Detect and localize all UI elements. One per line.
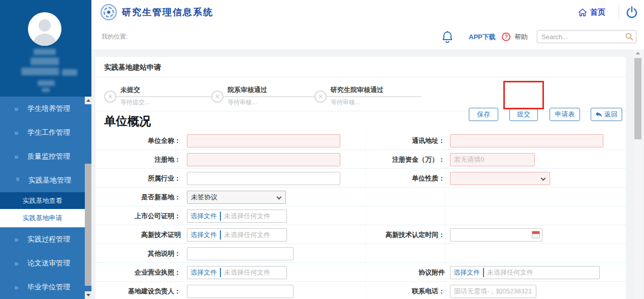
step-title: 院系审核通过 — [228, 85, 267, 95]
table-row: 注册地： 注册资金（万）： — [95, 150, 626, 169]
sidebar-subitem-practice-base-view[interactable]: 实践基地查看 — [0, 192, 85, 209]
table-row: 高新技术证明 选择文件 未选择任何文件 高新技术认定时间： — [95, 225, 626, 244]
power-logout-button[interactable] — [626, 6, 638, 18]
step-connector — [223, 96, 315, 97]
step-title: 未提交 — [120, 85, 140, 95]
step-subtitle: 等待审核... — [228, 98, 257, 107]
user-extra-redacted — [38, 80, 55, 86]
choose-file-button[interactable]: 选择文件 — [187, 212, 220, 221]
table-row: 企业营业执照： 选择文件 未选择任何文件 协议附件 选择文件 未 — [95, 263, 626, 282]
table-row: 上市公司证明： 选择文件 未选择任何文件 — [95, 206, 626, 225]
step-subtitle: 等待审核... — [331, 98, 360, 107]
step-connector — [116, 96, 212, 97]
sidebar-item-practice-base[interactable]: » 实践基地管理 — [0, 168, 85, 192]
form-table: 单位全称： 通讯地址： 注册地： 注册资金（万）： 所属行业： 单位性质： — [95, 131, 626, 299]
field-label: 是否新基地： — [95, 188, 181, 206]
field-label: 单位性质： — [299, 169, 445, 188]
chevron-right-icon: » — [14, 235, 27, 244]
business-license-file-input[interactable]: 选择文件 未选择任何文件 — [187, 266, 287, 279]
university-logo-icon — [101, 4, 117, 20]
field-label: 通讯地址： — [299, 131, 445, 150]
choose-file-button[interactable]: 选择文件 — [187, 230, 220, 240]
user-profile-panel — [0, 0, 91, 97]
app-download-link[interactable]: APP下载 — [469, 24, 496, 49]
sidebar-item-label: 论文送审管理 — [27, 259, 70, 268]
page-scrollbar[interactable] — [634, 49, 642, 299]
step-connector — [327, 96, 422, 97]
scroll-up-button[interactable] — [634, 49, 641, 57]
chevron-right-icon: » — [14, 152, 27, 161]
step-subtitle: 等待提交... — [120, 98, 150, 107]
field-label: 所属行业： — [95, 169, 181, 188]
home-link[interactable]: 首页 — [578, 0, 605, 24]
hightech-proof-file-input[interactable]: 选择文件 未选择任何文件 — [187, 228, 287, 242]
registered-capital-input[interactable] — [450, 153, 535, 166]
scroll-up-button[interactable] — [85, 97, 91, 104]
sidebar-subitem-practice-base-apply[interactable]: 实践基地申请 — [0, 209, 85, 227]
address-input[interactable] — [450, 134, 603, 147]
help-question-icon[interactable]: ? — [502, 33, 510, 41]
section-title: 单位概况 — [104, 111, 409, 131]
sidebar-item-label: 实践基地管理 — [28, 176, 71, 185]
sidebar-item-thesis-review[interactable]: » 论文送审管理 — [0, 251, 85, 275]
sidebar-item-label: 学生工作管理 — [27, 128, 70, 137]
sidebar-item-label: 实践过程管理 — [27, 235, 70, 244]
panel-header: 实践基地建站申请 — [95, 57, 626, 77]
choose-file-button[interactable]: 选择文件 — [450, 268, 483, 277]
unit-nature-select[interactable] — [450, 172, 550, 185]
choose-file-button[interactable]: 选择文件 — [187, 268, 220, 277]
chevron-right-icon: » — [14, 283, 27, 291]
user-role-redacted — [62, 69, 77, 76]
home-icon — [578, 8, 587, 17]
save-button[interactable]: 保存 — [469, 108, 498, 121]
calendar-icon[interactable] — [532, 231, 540, 238]
user-name-redacted — [34, 49, 56, 55]
chevron-down-icon: » — [14, 177, 23, 185]
field-label: 协议附件 — [299, 263, 445, 282]
sidebar-item-label: 毕业学位管理 — [27, 283, 70, 292]
sidebar: » 学生培养管理 » 学生工作管理 » 质量监控管理 » 实践基地管理 实践基地… — [0, 0, 91, 299]
sidebar-subitem-label: 实践基地查看 — [23, 196, 62, 205]
submit-button[interactable]: 提交 — [509, 108, 538, 121]
scroll-down-button[interactable] — [85, 291, 91, 299]
avatar[interactable] — [28, 12, 61, 46]
back-label: 返回 — [604, 110, 618, 119]
scrollbar-thumb[interactable] — [634, 58, 641, 139]
content-area: 实践基地建站申请 × 未提交 等待提交... × 院系审核通过 等待审核... … — [91, 49, 644, 299]
field-label: 联系电话： — [299, 282, 445, 299]
chevron-right-icon: » — [14, 128, 27, 137]
phone-input[interactable] — [450, 285, 536, 298]
field-label: 上市公司证明： — [95, 206, 181, 225]
agreement-attachment-file-input[interactable]: 选择文件 未选择任何文件 — [450, 266, 600, 279]
page-title: 实践基地建站申请 — [104, 57, 161, 77]
field-label: 单位全称： — [95, 131, 181, 150]
user-name-redacted — [30, 57, 59, 65]
help-link[interactable]: 帮助 — [514, 24, 528, 49]
scrollbar-thumb[interactable] — [85, 164, 91, 286]
sidebar-item-student-work[interactable]: » 学生工作管理 — [0, 121, 85, 144]
sidebar-item-practice-process[interactable]: » 实践过程管理 — [0, 227, 85, 251]
other-note-input[interactable] — [187, 247, 294, 260]
chevron-right-icon: » — [14, 104, 27, 113]
secondary-toolbar: 我的位置: APP下载 ? 帮助 — [91, 24, 644, 50]
search-input[interactable] — [537, 31, 632, 43]
new-base-select[interactable]: 未签协议 — [187, 191, 286, 204]
breadcrumb: 我的位置: — [102, 24, 127, 49]
base-lead-input[interactable] — [187, 285, 294, 298]
sidebar-item-graduation-degree[interactable]: » 毕业学位管理 — [0, 275, 85, 299]
hightech-date-input[interactable] — [450, 228, 542, 242]
application-form-button[interactable]: 申请表 — [550, 108, 580, 121]
triangle-down-icon — [86, 294, 90, 296]
sidebar-scrollbar[interactable] — [85, 97, 91, 299]
field-label: 企业营业执照： — [95, 263, 181, 282]
file-status-text: 未选择任何文件 — [221, 268, 273, 277]
notification-bell-button[interactable] — [442, 31, 453, 43]
sidebar-item-quality-monitor[interactable]: » 质量监控管理 — [0, 144, 85, 168]
search-icon[interactable] — [625, 33, 633, 41]
sidebar-item-student-training[interactable]: » 学生培养管理 — [0, 97, 85, 121]
back-button[interactable]: 返回 — [591, 108, 622, 121]
sidebar-item-label: 质量监控管理 — [27, 152, 70, 161]
avatar-person-icon — [39, 19, 51, 32]
listed-company-proof-file-input[interactable]: 选择文件 未选择任何文件 — [187, 210, 287, 223]
step-status-icon: × — [314, 91, 327, 103]
